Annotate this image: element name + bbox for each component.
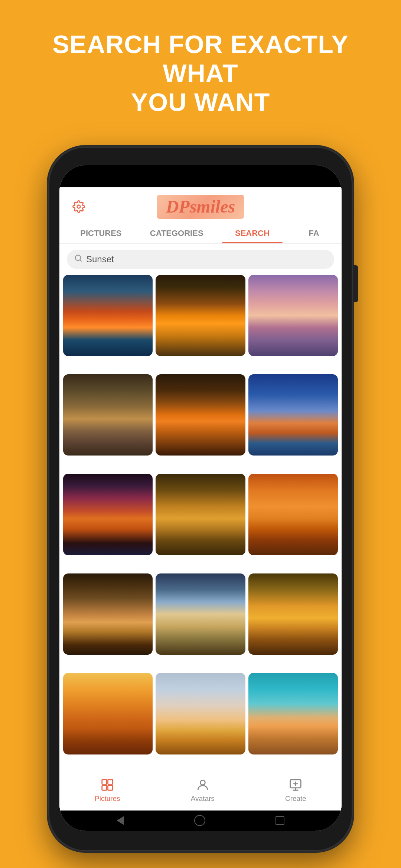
image-item-12[interactable] xyxy=(248,573,338,655)
status-bar xyxy=(59,165,342,187)
hero-title-line2: YOU WANT xyxy=(22,88,379,116)
recent-button[interactable] xyxy=(276,816,284,825)
tab-bar: PICTURES CATEGORIES SEARCH FA xyxy=(59,223,342,244)
image-item-3[interactable] xyxy=(248,275,338,356)
svg-line-2 xyxy=(80,260,81,261)
avatars-icon xyxy=(195,777,210,792)
image-item-4[interactable] xyxy=(63,374,153,456)
svg-point-0 xyxy=(77,205,81,208)
search-icon xyxy=(74,254,82,264)
svg-rect-5 xyxy=(102,786,107,790)
gear-icon xyxy=(72,200,85,213)
settings-button[interactable] xyxy=(71,198,87,215)
nav-avatars[interactable]: Avatars xyxy=(191,777,215,803)
tab-pictures[interactable]: PICTURES xyxy=(63,223,139,243)
nav-create-label: Create xyxy=(285,795,306,803)
image-item-9[interactable] xyxy=(248,474,338,555)
image-item-13[interactable] xyxy=(63,673,153,754)
notch xyxy=(167,170,234,183)
image-item-7[interactable] xyxy=(63,474,153,555)
nav-pictures-label: Pictures xyxy=(95,795,120,803)
image-item-6[interactable] xyxy=(248,374,338,456)
image-item-15[interactable] xyxy=(248,673,338,754)
image-item-2[interactable] xyxy=(156,275,245,356)
nav-pictures[interactable]: Pictures xyxy=(95,777,120,803)
hero-title-line1: SEARCH FOR EXACTLY WHAT xyxy=(22,30,379,88)
phone-screen: DPsmiles PICTURES CATEGORIES SEARCH FA xyxy=(59,165,342,831)
tab-search[interactable]: SEARCH xyxy=(215,223,290,243)
app-content: DPsmiles PICTURES CATEGORIES SEARCH FA xyxy=(59,187,342,811)
back-button[interactable] xyxy=(117,816,124,825)
home-button[interactable] xyxy=(194,815,205,826)
tab-categories[interactable]: CATEGORIES xyxy=(139,223,215,243)
search-input-value: Sunset xyxy=(86,254,114,264)
image-item-8[interactable] xyxy=(156,474,245,555)
svg-point-7 xyxy=(200,780,205,785)
image-item-5[interactable] xyxy=(156,374,245,456)
app-header: DPsmiles xyxy=(59,187,342,223)
phone-mockup: DPsmiles PICTURES CATEGORIES SEARCH FA xyxy=(48,147,353,851)
phone-home-bar xyxy=(59,811,342,831)
svg-rect-4 xyxy=(108,780,113,785)
app-logo: DPsmiles xyxy=(157,195,244,219)
image-item-14[interactable] xyxy=(156,673,245,754)
hero-section: SEARCH FOR EXACTLY WHAT YOU WANT xyxy=(0,30,401,117)
bottom-nav: Pictures Avatars xyxy=(59,770,342,811)
search-bar[interactable]: Sunset xyxy=(67,250,334,269)
image-item-1[interactable] xyxy=(63,275,153,356)
svg-rect-6 xyxy=(108,786,113,790)
image-grid xyxy=(59,275,342,770)
nav-create[interactable]: Create xyxy=(285,777,306,803)
create-icon xyxy=(288,777,303,792)
pictures-icon xyxy=(100,777,115,792)
search-container: Sunset xyxy=(59,244,342,275)
image-item-10[interactable] xyxy=(63,573,153,655)
tab-fa[interactable]: FA xyxy=(290,223,338,243)
nav-avatars-label: Avatars xyxy=(191,795,215,803)
image-item-11[interactable] xyxy=(156,573,245,655)
svg-rect-3 xyxy=(102,780,107,785)
